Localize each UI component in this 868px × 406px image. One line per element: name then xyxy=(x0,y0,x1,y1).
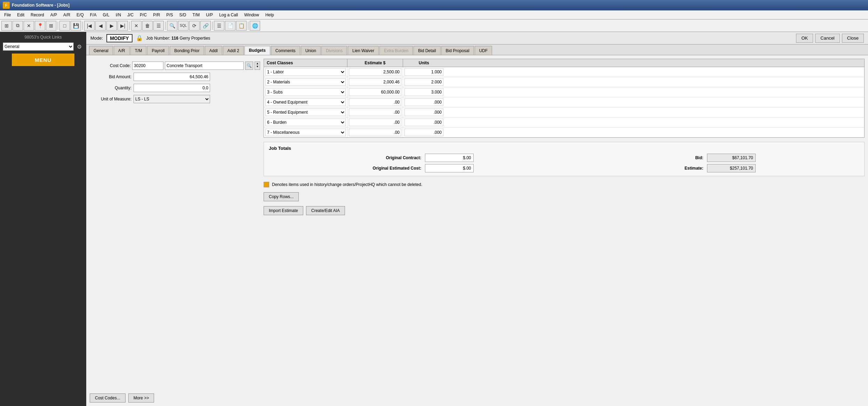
toolbar-btn-prev[interactable]: ◀ xyxy=(95,21,106,31)
menu-button[interactable]: MENU xyxy=(12,54,74,66)
toolbar-btn-next[interactable]: ▶ xyxy=(106,21,117,31)
tab-general[interactable]: General xyxy=(89,46,113,55)
menu-gl[interactable]: G/L xyxy=(100,12,112,18)
budget-class-2: 2 - Materials xyxy=(264,77,347,87)
toolbar-btn-network[interactable]: ⊞ xyxy=(46,21,56,31)
budget-estimate-input-7[interactable] xyxy=(349,129,401,136)
menu-log-a-call[interactable]: Log a Call xyxy=(216,12,241,18)
menu-pr[interactable]: P/R xyxy=(150,12,163,18)
budget-estimate-input-1[interactable] xyxy=(349,68,401,76)
budget-units-input-4[interactable] xyxy=(404,98,443,106)
tab-budgets[interactable]: Budgets xyxy=(244,46,270,55)
budget-class-select-4[interactable]: 4 - Owned Equipment xyxy=(265,98,346,106)
copy-rows-button[interactable]: Copy Rows... xyxy=(264,192,299,201)
menu-edit[interactable]: Edit xyxy=(14,12,27,18)
ok-button[interactable]: OK xyxy=(796,34,813,43)
tab-payroll[interactable]: Payroll xyxy=(147,46,169,55)
toolbar-btn-list[interactable]: ☰ xyxy=(153,21,164,31)
menu-ps[interactable]: P/S xyxy=(163,12,176,18)
toolbar-btn-globe[interactable]: 🌐 xyxy=(250,21,260,31)
menu-eq[interactable]: E/Q xyxy=(74,12,87,18)
tab-addl2[interactable]: Addl 2 xyxy=(223,46,244,55)
menu-ar[interactable]: A/R xyxy=(61,12,73,18)
unit-of-measure-select[interactable]: LS - LS xyxy=(134,95,210,103)
job-totals-title: Job Totals xyxy=(269,146,859,151)
toolbar-btn-refresh[interactable]: ⟳ xyxy=(189,21,200,31)
menu-fa[interactable]: F/A xyxy=(87,12,99,18)
toolbar-btn-grid[interactable]: ⊞ xyxy=(1,21,12,31)
menu-tm[interactable]: T/M xyxy=(190,12,203,18)
toolbar-btn-search[interactable]: 🔍 xyxy=(167,21,177,31)
toolbar-btn-doc[interactable]: 📄 xyxy=(225,21,235,31)
menu-file[interactable]: File xyxy=(1,12,14,18)
toolbar-btn-link[interactable]: 🔗 xyxy=(200,21,211,31)
menu-record[interactable]: Record xyxy=(28,12,47,18)
more-button[interactable]: More >> xyxy=(128,393,154,403)
denotes-icon xyxy=(264,182,269,187)
toolbar-btn-trash[interactable]: 🗑 xyxy=(142,21,153,31)
toolbar-btn-save[interactable]: 💾 xyxy=(71,21,81,31)
budget-class-6: 6 - Burden xyxy=(264,117,347,127)
import-estimate-button[interactable]: Import Estimate xyxy=(264,206,303,215)
tab-comments[interactable]: Comments xyxy=(271,46,300,55)
budget-units-input-6[interactable] xyxy=(404,119,443,126)
menu-jc[interactable]: J/C xyxy=(124,12,136,18)
menu-help[interactable]: Help xyxy=(263,12,277,18)
tab-bid-detail[interactable]: Bid Detail xyxy=(413,46,440,55)
budget-estimate-input-4[interactable] xyxy=(349,98,401,106)
toolbar-btn-sql[interactable]: SQL xyxy=(178,21,188,31)
tab-udf[interactable]: UDF xyxy=(475,46,492,55)
settings-icon[interactable]: ⚙ xyxy=(75,42,83,51)
budget-class-select-1[interactable]: 1 - Labor xyxy=(265,68,346,76)
budget-units-input-7[interactable] xyxy=(404,129,443,136)
menu-sd[interactable]: S/D xyxy=(176,12,189,18)
tab-lien-waiver[interactable]: Lien Waiver xyxy=(348,46,379,55)
sidebar-category-select[interactable]: General xyxy=(3,42,74,51)
menu-in[interactable]: I/N xyxy=(113,12,124,18)
tab-ar[interactable]: A/R xyxy=(114,46,130,55)
budget-class-select-3[interactable]: 3 - Subs xyxy=(265,88,346,96)
cost-code-scroll[interactable]: ▲ ▼ xyxy=(255,62,260,70)
toolbar-btn-close[interactable]: ✕ xyxy=(24,21,34,31)
budget-units-input-1[interactable] xyxy=(404,68,443,76)
bid-amount-input[interactable] xyxy=(134,73,210,81)
toolbar-btn-new[interactable]: □ xyxy=(59,21,70,31)
budget-units-input-3[interactable] xyxy=(404,88,443,96)
toolbar-btn-copy[interactable]: ⧉ xyxy=(13,21,23,31)
menu-ap[interactable]: A/P xyxy=(48,12,60,18)
tab-union[interactable]: Union xyxy=(301,46,321,55)
create-edit-aia-button[interactable]: Create/Edit AIA xyxy=(306,206,345,215)
budget-estimate-input-6[interactable] xyxy=(349,119,401,126)
quantity-input[interactable] xyxy=(134,84,210,92)
budget-estimate-input-3[interactable] xyxy=(349,88,401,96)
budget-class-select-2[interactable]: 2 - Materials xyxy=(265,78,346,86)
original-estimated-cost-input[interactable] xyxy=(425,164,474,172)
toolbar-btn-location[interactable]: 📍 xyxy=(35,21,45,31)
menu-pc[interactable]: P/C xyxy=(137,12,150,18)
menu-window[interactable]: Window xyxy=(241,12,262,18)
budget-class-select-7[interactable]: 7 - Miscellaneous xyxy=(265,129,346,136)
cost-code-desc-input[interactable] xyxy=(165,62,243,70)
original-contract-input[interactable] xyxy=(425,154,474,162)
budget-estimate-input-5[interactable] xyxy=(349,108,401,116)
tab-addl[interactable]: Addl xyxy=(205,46,222,55)
tab-tm[interactable]: T/M xyxy=(130,46,147,55)
toolbar-btn-delete[interactable]: ✕ xyxy=(131,21,142,31)
tab-bid-proposal[interactable]: Bid Proposal xyxy=(441,46,474,55)
cost-codes-button[interactable]: Cost Codes... xyxy=(90,393,126,403)
budget-class-select-5[interactable]: 5 - Rented Equipment xyxy=(265,108,346,116)
menu-up[interactable]: U/P xyxy=(203,12,216,18)
toolbar-btn-menu[interactable]: ☰ xyxy=(214,21,224,31)
tab-bonding-prior[interactable]: Bonding Prior xyxy=(170,46,204,55)
cancel-button[interactable]: Cancel xyxy=(815,34,839,43)
budget-estimate-input-2[interactable] xyxy=(349,78,401,86)
budget-class-select-6[interactable]: 6 - Burden xyxy=(265,119,346,126)
budget-units-input-5[interactable] xyxy=(404,108,443,116)
close-button[interactable]: Close xyxy=(842,34,864,43)
toolbar-btn-first[interactable]: |◀ xyxy=(84,21,95,31)
toolbar-btn-doc2[interactable]: 📋 xyxy=(236,21,247,31)
cost-code-input[interactable] xyxy=(132,62,163,70)
budget-units-input-2[interactable] xyxy=(404,78,443,86)
toolbar-btn-last[interactable]: ▶| xyxy=(118,21,128,31)
cost-code-search-btn[interactable]: 🔍 xyxy=(245,62,254,70)
